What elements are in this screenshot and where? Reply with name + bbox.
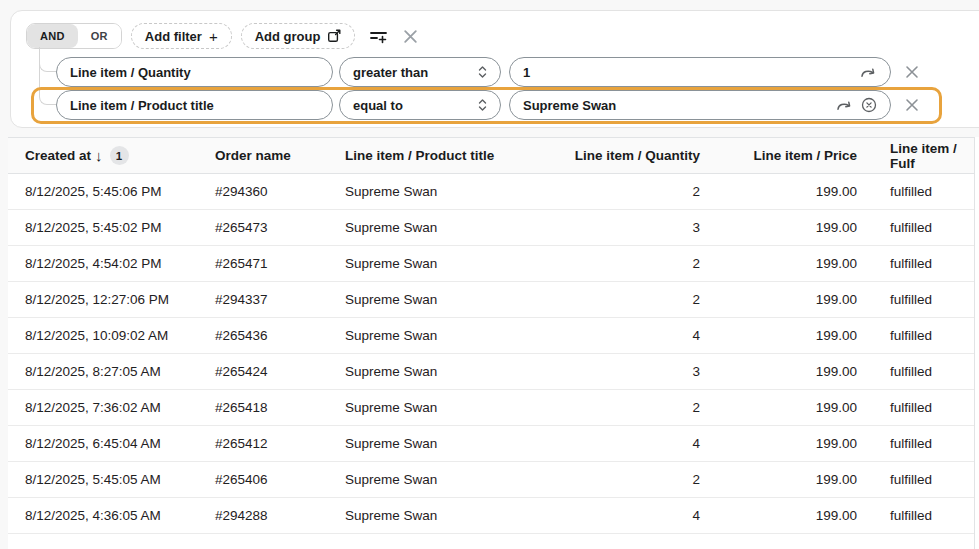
cell-fulfillment: fulfilled [857, 498, 974, 534]
cell-price: 199.00 [700, 174, 857, 210]
transform-arrow-icon[interactable] [860, 66, 877, 79]
cell-created-at: 8/12/2025, 8:27:05 AM [8, 354, 215, 390]
cell-product-title: Supreme Swan [345, 210, 560, 246]
cell-fulfillment: fulfilled [857, 210, 974, 246]
filter-field-select[interactable]: Line item / Product title [56, 90, 333, 120]
cell-fulfillment: fulfilled [857, 318, 974, 354]
cell-fulfillment: fulfilled [857, 354, 974, 390]
tree-connector [39, 47, 56, 105]
close-filter-builder-icon[interactable] [402, 28, 419, 45]
cell-created-at: 8/12/2025, 5:45:05 AM [8, 462, 215, 498]
cell-created-at: 8/12/2025, 4:54:02 PM [8, 246, 215, 282]
cell-created-at: 8/12/2025, 6:45:04 AM [8, 426, 215, 462]
cell-price: 199.00 [700, 354, 857, 390]
table-row: 8/12/2025, 4:54:02 PM #265471 Supreme Sw… [8, 246, 974, 282]
add-filter-label: Add filter [145, 29, 202, 44]
cell-product-title: Supreme Swan [345, 390, 560, 426]
cell-price: 199.00 [700, 498, 857, 534]
operator-label: greater than [353, 65, 428, 80]
table-row: 8/12/2025, 5:45:06 PM #294360 Supreme Sw… [8, 174, 974, 210]
cell-quantity: 2 [560, 390, 700, 426]
cell-created-at: 8/12/2025, 10:09:02 AM [8, 318, 215, 354]
cell-order-name: #265471 [215, 246, 345, 282]
add-filter-button[interactable]: Add filter + [131, 23, 232, 49]
cell-order-name: #294337 [215, 282, 345, 318]
add-group-label: Add group [255, 29, 321, 44]
table-row: 8/12/2025, 5:45:02 PM #265473 Supreme Sw… [8, 210, 974, 246]
chevron-updown-icon [478, 65, 487, 79]
cell-price: 199.00 [700, 282, 857, 318]
table-row: 8/12/2025, 8:27:05 AM #265424 Supreme Sw… [8, 354, 974, 390]
cell-quantity: 2 [560, 462, 700, 498]
cell-quantity: 4 [560, 498, 700, 534]
cell-order-name: #265412 [215, 426, 345, 462]
table-header-row: Created at ↓ 1 Order name Line item / Pr… [8, 137, 974, 174]
cell-fulfillment: fulfilled [857, 462, 974, 498]
filter-value-input[interactable]: 1 [509, 57, 891, 87]
cell-quantity: 3 [560, 210, 700, 246]
report-page: AND OR Add filter + Add group [0, 0, 979, 549]
cell-order-name: #294288 [215, 498, 345, 534]
cell-product-title: Supreme Swan [345, 498, 560, 534]
cell-created-at: 8/12/2025, 5:45:02 PM [8, 210, 215, 246]
filter-row-quantity: Line item / Quantity greater than 1 [56, 57, 920, 87]
filter-value-input[interactable]: Supreme Swan [509, 90, 891, 120]
remove-filter-icon[interactable] [904, 64, 920, 80]
logic-or-button[interactable]: OR [78, 24, 121, 48]
table-row: 8/12/2025, 10:09:02 AM #265436 Supreme S… [8, 318, 974, 354]
cell-price: 199.00 [700, 210, 857, 246]
cell-fulfillment: fulfilled [857, 174, 974, 210]
transform-arrow-icon[interactable] [836, 99, 853, 112]
table-row: 8/12/2025, 5:45:05 AM #265406 Supreme Sw… [8, 462, 974, 498]
cell-price: 199.00 [700, 426, 857, 462]
cell-quantity: 3 [560, 354, 700, 390]
table-row: 8/12/2025, 6:45:04 AM #265412 Supreme Sw… [8, 426, 974, 462]
column-header-created-at[interactable]: Created at ↓ 1 [8, 138, 215, 173]
filter-add-icon[interactable] [369, 28, 388, 45]
cell-product-title: Supreme Swan [345, 426, 560, 462]
filter-operator-select[interactable]: equal to [339, 90, 501, 120]
filter-builder-panel: AND OR Add filter + Add group [10, 10, 979, 128]
cell-quantity: 2 [560, 246, 700, 282]
column-header-fulfillment[interactable]: Line item / Fulf [857, 138, 974, 173]
column-header-quantity[interactable]: Line item / Quantity [560, 138, 700, 173]
value-text: 1 [523, 65, 530, 80]
filter-field-select[interactable]: Line item / Quantity [56, 57, 333, 87]
cell-product-title: Supreme Swan [345, 174, 560, 210]
column-header-price[interactable]: Line item / Price [700, 138, 857, 173]
column-header-order-name[interactable]: Order name [215, 138, 345, 173]
operator-label: equal to [353, 98, 403, 113]
cell-created-at: 8/12/2025, 7:36:02 AM [8, 390, 215, 426]
clear-value-icon[interactable] [861, 97, 877, 113]
column-header-product-title[interactable]: Line item / Product title [345, 138, 560, 173]
cell-price: 199.00 [700, 390, 857, 426]
add-group-button[interactable]: Add group [241, 23, 356, 49]
filter-operator-select[interactable]: greater than [339, 57, 501, 87]
chevron-updown-icon [478, 98, 487, 112]
cell-product-title: Supreme Swan [345, 354, 560, 390]
filter-row-product-title: Line item / Product title equal to Supre… [56, 90, 920, 120]
value-text: Supreme Swan [523, 98, 616, 113]
cell-price: 199.00 [700, 462, 857, 498]
cell-price: 199.00 [700, 246, 857, 282]
cell-order-name: #265473 [215, 210, 345, 246]
cell-quantity: 2 [560, 282, 700, 318]
logic-and-button[interactable]: AND [27, 24, 78, 48]
cell-order-name: #265436 [215, 318, 345, 354]
cell-order-name: #265406 [215, 462, 345, 498]
logic-toggle: AND OR [26, 23, 122, 49]
cell-quantity: 4 [560, 426, 700, 462]
cell-price: 199.00 [700, 318, 857, 354]
cell-quantity: 4 [560, 318, 700, 354]
cell-product-title: Supreme Swan [345, 246, 560, 282]
cell-created-at: 8/12/2025, 5:45:06 PM [8, 174, 215, 210]
remove-filter-icon[interactable] [904, 97, 920, 113]
cell-quantity: 2 [560, 174, 700, 210]
plus-icon: + [209, 29, 218, 44]
sort-desc-icon: ↓ [95, 147, 103, 164]
cell-product-title: Supreme Swan [345, 462, 560, 498]
cell-fulfillment: fulfilled [857, 390, 974, 426]
cell-fulfillment: fulfilled [857, 282, 974, 318]
cell-order-name: #265418 [215, 390, 345, 426]
results-table: Created at ↓ 1 Order name Line item / Pr… [8, 137, 979, 549]
